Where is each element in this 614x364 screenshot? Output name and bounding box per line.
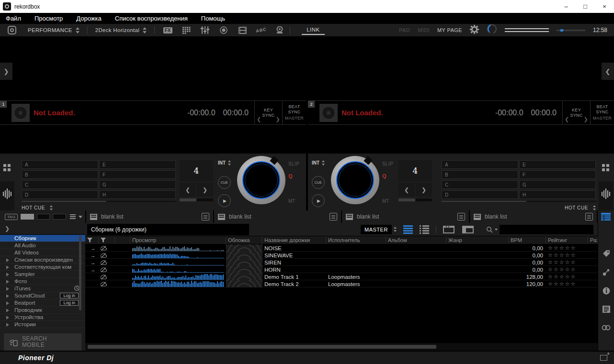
column-header-rating[interactable]: Рейтинг (546, 236, 588, 244)
cell-album[interactable] (386, 266, 446, 273)
right-panel-expander[interactable]: ❮ (602, 63, 614, 80)
cell-title[interactable]: SINEWAVE (262, 252, 326, 259)
column-header-artist[interactable]: Исполнитель (326, 236, 386, 244)
volume-slider[interactable] (557, 30, 585, 31)
left-panel-expander[interactable]: ❯ (0, 63, 12, 80)
expand-triangle-icon[interactable] (6, 280, 9, 284)
deck-2-key-sync-button[interactable]: KEY SYNC ❮ ❯ (562, 101, 590, 124)
sidebar-item-photo[interactable]: Фото (0, 278, 85, 285)
key-shift-down-icon[interactable]: ❮ (565, 117, 569, 122)
slip-label[interactable]: SLIP (288, 161, 302, 166)
deck-2-beat-sync-button[interactable]: BEAT SYNC MASTER (590, 101, 614, 124)
cell-title[interactable]: Demo Track 2 (262, 280, 326, 287)
layout-selector[interactable]: 2Deck Horizontal (92, 27, 149, 33)
waveform-panel-toggle[interactable] (599, 181, 613, 210)
sidebar-item-beatport[interactable]: BeatportLog in (0, 299, 85, 307)
column-queue-filter[interactable] (85, 236, 99, 244)
camera-icon[interactable] (274, 26, 285, 34)
soundcloud-login-button[interactable]: Log in (60, 293, 79, 298)
breadcrumb[interactable]: Сборник (6 дорожки) (87, 224, 249, 235)
sidebar-item-itunes[interactable]: iTunes (0, 285, 85, 292)
search-mobile-button[interactable]: SEARCHMOBILE (4, 333, 81, 351)
deck-1-jog-wheel[interactable] (237, 156, 285, 204)
cell-genre[interactable] (446, 273, 509, 280)
cell-artist[interactable] (326, 259, 386, 266)
pad-button[interactable]: PAD (399, 27, 410, 33)
hot-cue-slot-e[interactable]: E (99, 160, 176, 169)
hot-cue-slot-f[interactable]: F (519, 170, 596, 179)
cell-rating[interactable]: ☆☆☆☆☆ (546, 280, 588, 287)
sidebar-item-histories[interactable]: Истории (0, 321, 85, 328)
master-tempo-label[interactable]: MT (382, 199, 396, 204)
deck-1-key-sync-button[interactable]: KEY SYNC ❮ ❯ (254, 101, 282, 124)
sidebar-item-all-audio[interactable]: All Audio (0, 242, 85, 249)
cell-genre[interactable] (446, 259, 509, 266)
output-selector[interactable]: MASTER (361, 225, 392, 234)
hot-cue-spinner-icon[interactable] (50, 205, 53, 210)
cell-album[interactable] (386, 244, 446, 252)
expand-triangle-icon[interactable] (6, 301, 9, 305)
cell-bpm[interactable]: 120,00 (509, 280, 546, 287)
playlist-tab-4[interactable]: blank list (470, 210, 597, 223)
key-shift-up-icon[interactable]: ❯ (583, 117, 588, 122)
fx-icon[interactable]: FX (162, 26, 173, 34)
table-row[interactable]: Demo Track 2 Loopmasters 120,00 ☆☆☆☆☆ (85, 280, 598, 287)
tab-menu-icon[interactable] (202, 213, 209, 221)
cell-artist[interactable]: Loopmasters (326, 280, 386, 287)
int-spinner-icon[interactable] (228, 160, 231, 165)
cell-bpm[interactable]: 0,00 (509, 259, 546, 266)
cell-rating[interactable]: ☆☆☆☆☆ (546, 244, 588, 252)
deck-1-master-label[interactable]: MASTER (285, 116, 304, 121)
column-header-bpm[interactable]: BPM (509, 236, 546, 244)
playlist-tab-3[interactable]: blank list (342, 210, 469, 223)
color-filter-2[interactable] (53, 214, 66, 220)
deck-1-time-remaining[interactable]: -00:00.0 (187, 109, 216, 117)
menu-view[interactable]: Просмотр (34, 15, 63, 22)
deck-1-hot-cue-mode[interactable]: HOT CUE (22, 205, 176, 210)
deck-1-play-mode[interactable]: INT (218, 160, 231, 165)
hot-cue-spinner-icon[interactable] (593, 205, 596, 210)
cell-bpm[interactable]: 0,00 (509, 244, 546, 252)
hot-cue-slot-b[interactable]: B (442, 170, 518, 179)
layout-spinner-icon[interactable] (143, 27, 147, 33)
sidebar-item-explorer[interactable]: Проводник (0, 307, 85, 314)
deck-1-play-button[interactable]: ▶ (218, 194, 231, 207)
table-row[interactable]: Demo Track 1 Loopmasters 128,00 ☆☆☆☆☆ (85, 273, 598, 280)
expand-triangle-icon[interactable] (6, 316, 9, 320)
beatport-login-button[interactable]: Log in (60, 300, 79, 306)
cell-rating[interactable]: ☆☆☆☆☆ (546, 252, 588, 259)
my-page-button[interactable]: MY PAGE (437, 27, 462, 33)
split-view-side-button[interactable] (462, 226, 474, 233)
new-window-icon[interactable] (600, 355, 607, 361)
hot-cue-slot-b[interactable]: B (22, 170, 98, 179)
hot-cue-slot-c[interactable]: C (442, 180, 518, 189)
scrollbar-thumb[interactable] (88, 345, 436, 349)
detail-view-button[interactable] (420, 225, 429, 234)
hot-cue-slot-a[interactable]: A (442, 160, 518, 169)
table-row[interactable]: → SINEWAVE 0,00 ☆☆☆☆☆ (85, 252, 598, 259)
cell-title[interactable]: Demo Track 1 (262, 273, 326, 280)
list-view-button-active[interactable] (403, 225, 413, 234)
cell-album[interactable] (386, 252, 446, 259)
cell-title[interactable]: HORN (262, 266, 326, 273)
slip-label[interactable]: SLIP (382, 161, 396, 166)
mixer-icon[interactable] (200, 26, 210, 34)
deck-2-time-display[interactable]: -00:00.0 00:00.0 (495, 109, 562, 117)
key-shift-up-icon[interactable]: ❯ (275, 117, 280, 122)
maximize-button[interactable]: □ (576, 0, 595, 13)
hot-cue-slot-g[interactable]: G (99, 180, 176, 189)
deck-2-master-label[interactable]: MASTER (593, 116, 612, 121)
column-header-preview[interactable]: Просмотр (130, 236, 226, 244)
column-header-artwork[interactable]: Обложка (226, 236, 262, 244)
cell-album[interactable] (386, 280, 446, 287)
table-row[interactable]: → SIREN 0,00 ☆☆☆☆☆ (85, 259, 598, 266)
deck-2-time-elapsed[interactable]: 00:00.0 (531, 109, 557, 117)
sidebar-item-playlists[interactable]: Списки воспроизведен (0, 256, 85, 264)
expand-triangle-icon[interactable] (6, 294, 9, 298)
record-icon[interactable] (218, 26, 229, 34)
gear-icon[interactable] (470, 25, 479, 36)
deck-2-hot-cue-mode[interactable]: HOT CUE (442, 205, 596, 210)
cell-title[interactable]: NOISE (262, 244, 326, 252)
menu-help[interactable]: Помощь (201, 15, 225, 22)
cell-genre[interactable] (446, 266, 509, 273)
